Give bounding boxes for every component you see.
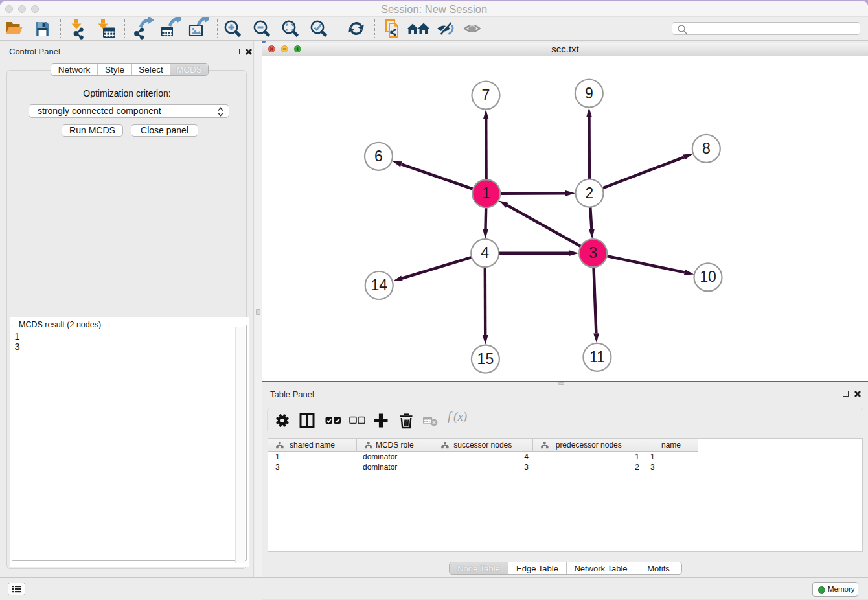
svg-text:2: 2 bbox=[586, 184, 594, 201]
svg-text:10: 10 bbox=[700, 268, 716, 285]
svg-text:7: 7 bbox=[482, 86, 490, 103]
svg-text:8: 8 bbox=[702, 139, 711, 156]
svg-text:4: 4 bbox=[481, 244, 489, 261]
svg-text:1: 1 bbox=[482, 185, 490, 202]
svg-text:6: 6 bbox=[374, 147, 383, 164]
svg-text:3: 3 bbox=[589, 244, 597, 261]
svg-text:15: 15 bbox=[477, 350, 494, 367]
svg-text:14: 14 bbox=[371, 277, 387, 294]
svg-text:11: 11 bbox=[589, 348, 605, 365]
svg-text:9: 9 bbox=[585, 84, 593, 101]
